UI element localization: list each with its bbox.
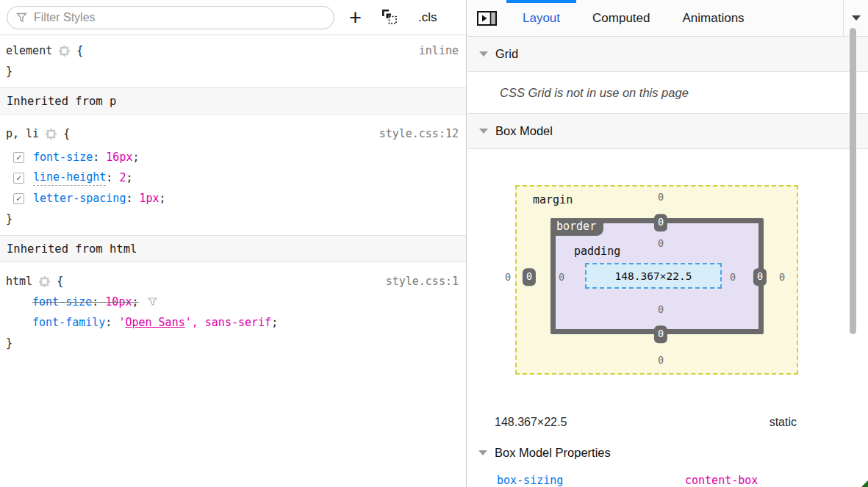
- filter-icon: [16, 12, 27, 23]
- filter-styles-input[interactable]: [34, 11, 325, 24]
- filter-styles-field[interactable]: [7, 6, 334, 29]
- property-enabled-checkbox[interactable]: ✓: [13, 193, 24, 204]
- open-brace: {: [63, 127, 70, 140]
- box-sizing-property-value: content-box: [685, 474, 758, 487]
- close-brace: }: [6, 212, 12, 226]
- box-model-content-region[interactable]: 148.367×22.5: [585, 263, 722, 289]
- scrollbar-thumb[interactable]: [850, 28, 856, 334]
- add-rule-button[interactable]: +: [349, 8, 362, 27]
- element-dimensions: 148.367×22.5: [495, 416, 567, 429]
- margin-right-value[interactable]: 0: [779, 271, 785, 283]
- padding-right-value[interactable]: 0: [730, 271, 736, 283]
- css-property-row: ✓ line-height: 2;: [0, 167, 466, 188]
- css-property-row: font-family: 'Open Sans', sans-serif;: [0, 312, 466, 333]
- overridden-filter-icon[interactable]: [148, 297, 157, 306]
- box-sizing-property-link[interactable]: box-sizing: [497, 474, 685, 487]
- devtools-css-pane: + .cls element: [0, 0, 868, 487]
- padding-label: padding: [574, 245, 620, 258]
- border-top-value[interactable]: 0: [654, 214, 667, 231]
- border-label: border: [550, 218, 603, 236]
- stylesheet-source-link[interactable]: style.css:1: [386, 275, 460, 288]
- css-property-row-overridden: font-size: 10px;: [0, 292, 466, 312]
- box-model-section-header[interactable]: Box Model: [467, 114, 868, 149]
- element-position: static: [770, 416, 797, 429]
- sidebar-toggle-button[interactable]: [467, 0, 506, 36]
- padding-top-value[interactable]: 0: [658, 237, 664, 249]
- box-model-properties-title: Box Model Properties: [495, 446, 611, 460]
- margin-bottom-value[interactable]: 0: [658, 354, 664, 366]
- property-name[interactable]: font-size: [33, 151, 93, 164]
- property-value: ': [118, 316, 125, 329]
- tab-animations[interactable]: Animations: [666, 0, 760, 36]
- inherited-from-html-header: Inherited from html: [0, 235, 466, 262]
- margin-left-value[interactable]: 0: [505, 271, 511, 283]
- rule-selector[interactable]: html: [6, 275, 32, 288]
- border-left-value[interactable]: 0: [523, 268, 536, 286]
- rule-p-li: p, li { style.css:12 ✓: [0, 115, 466, 235]
- property-value[interactable]: 16px: [106, 151, 132, 164]
- resize-grip[interactable]: [861, 480, 868, 487]
- margin-label: margin: [533, 193, 573, 206]
- collapse-arrow-icon: [479, 51, 488, 57]
- tab-computed[interactable]: Computed: [576, 0, 666, 36]
- sidebar-toggle-icon: [477, 11, 497, 26]
- box-model-section-title: Box Model: [495, 124, 553, 138]
- pseudo-class-panel-icon[interactable]: [381, 9, 398, 26]
- font-family-link[interactable]: Open Sans: [125, 316, 184, 329]
- box-model-property-row: box-sizing content-box: [497, 474, 839, 487]
- rule-element: element { inline }: [0, 35, 466, 87]
- stylesheet-source-link[interactable]: style.css:12: [379, 127, 460, 140]
- grid-section-title: Grid: [495, 47, 518, 61]
- selector-highlighter-icon[interactable]: [46, 129, 57, 140]
- property-value[interactable]: 10px: [105, 295, 132, 309]
- box-model-properties-header[interactable]: Box Model Properties: [478, 446, 611, 460]
- sidebar-tabbar: Layout Computed Animations: [467, 0, 868, 37]
- grid-section-header[interactable]: Grid: [467, 37, 868, 72]
- rules-panel: + .cls element: [0, 0, 467, 487]
- open-brace: {: [76, 44, 83, 57]
- open-brace: {: [57, 275, 63, 288]
- margin-top-value[interactable]: 0: [658, 191, 664, 203]
- caret-down-icon: [852, 15, 861, 21]
- property-name[interactable]: font-size: [32, 295, 92, 309]
- layout-panel: Layout Computed Animations Grid CSS Grid…: [467, 0, 868, 487]
- element-display-type: inline: [419, 44, 460, 57]
- toggle-classes-button[interactable]: .cls: [418, 10, 437, 25]
- border-bottom-value[interactable]: 0: [654, 325, 667, 343]
- grid-empty-message: CSS Grid is not in use on this page: [467, 72, 868, 114]
- property-value[interactable]: 2: [119, 171, 126, 184]
- selector-highlighter-icon[interactable]: [39, 276, 50, 287]
- styles-toolbar: + .cls: [0, 0, 466, 35]
- css-property-row: ✓ font-size: 16px;: [0, 147, 466, 167]
- close-brace: }: [6, 65, 12, 78]
- property-enabled-checkbox[interactable]: ✓: [13, 173, 24, 184]
- tab-layout[interactable]: Layout: [506, 0, 576, 36]
- property-name[interactable]: letter-spacing: [33, 192, 126, 205]
- property-value[interactable]: ', sans-serif: [185, 316, 271, 329]
- collapse-arrow-icon: [479, 129, 488, 134]
- property-enabled-checkbox[interactable]: ✓: [13, 152, 24, 163]
- rule-html: html { style.css:1 font-size:: [0, 262, 466, 359]
- rule-selector[interactable]: p, li: [6, 127, 39, 140]
- css-property-row: ✓ letter-spacing: 1px;: [0, 188, 466, 209]
- property-name[interactable]: font-family: [32, 316, 105, 329]
- element-dimensions-row: 148.367×22.5 static: [495, 416, 797, 429]
- padding-bottom-value[interactable]: 0: [658, 303, 664, 315]
- close-brace: }: [6, 336, 12, 350]
- property-name[interactable]: line-height: [33, 170, 106, 186]
- property-value[interactable]: 1px: [140, 192, 159, 205]
- inherited-from-p-header: Inherited from p: [0, 87, 466, 115]
- border-right-value[interactable]: 0: [753, 268, 767, 286]
- rule-selector[interactable]: element: [6, 44, 52, 57]
- padding-left-value[interactable]: 0: [559, 271, 564, 283]
- selector-highlighter-icon[interactable]: [59, 46, 70, 57]
- collapse-arrow-icon: [478, 450, 487, 455]
